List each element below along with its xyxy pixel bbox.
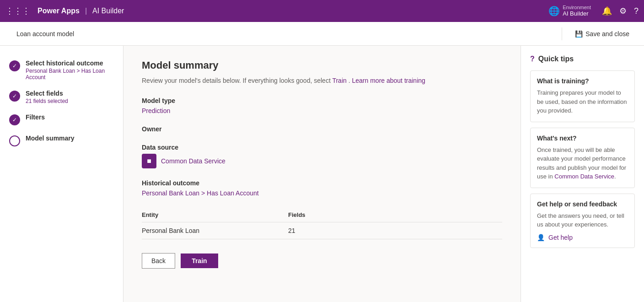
page-title: Model summary: [142, 59, 502, 71]
sidebar-item-model-summary[interactable]: Model summary: [0, 130, 123, 151]
model-title: Loan account model: [9, 30, 74, 38]
data-source-row: ■ Common Data Service: [142, 154, 502, 168]
env-name: AI Builder: [563, 10, 591, 17]
table-header: Entity Fields: [142, 208, 502, 222]
sidebar: ✓ Select historical outcome Personal Ban…: [0, 46, 123, 302]
subheader-divider: [562, 27, 562, 40]
step1-label: Select historical outcome: [26, 59, 114, 67]
sidebar-item-select-historical-outcome[interactable]: ✓ Select historical outcome Personal Ban…: [0, 55, 123, 85]
step-circle-3: ✓: [9, 114, 20, 125]
learn-more-link[interactable]: Learn more about training: [352, 77, 425, 84]
step-circle-4: [9, 135, 20, 146]
tip-card-1-title: What is training?: [537, 77, 628, 85]
step2-label: Select fields: [26, 90, 68, 97]
tip-card-feedback: Get help or send feedback Get the answer…: [530, 194, 635, 248]
help-icon[interactable]: ?: [634, 6, 639, 16]
step4-label: Model summary: [26, 135, 75, 142]
tip-card-2-title: What's next?: [537, 135, 628, 142]
get-help-icon: 👤: [537, 234, 545, 241]
get-help-label: Get help: [548, 234, 573, 241]
tip-card-1-text: Training prepares your model to be used,…: [537, 88, 628, 115]
data-source-section: Data source ■ Common Data Service: [142, 144, 502, 168]
table-row: Personal Bank Loan 21: [142, 222, 502, 239]
model-type-section: Model type Prediction: [142, 97, 502, 114]
data-source-label: Data source: [142, 144, 502, 151]
step-circle-1: ✓: [9, 60, 20, 71]
train-button[interactable]: Train: [181, 253, 218, 268]
historical-outcome-value: Personal Bank Loan > Has Loan Account: [142, 189, 502, 197]
quick-tips-title: Quick tips: [538, 55, 574, 63]
sidebar-item-filters[interactable]: ✓ Filters: [0, 109, 123, 130]
quick-tips-icon: ?: [530, 55, 535, 63]
subheader: Loan account model 💾 Save and close: [0, 22, 644, 46]
back-button[interactable]: Back: [142, 253, 175, 269]
entity-cell: Personal Bank Loan: [142, 227, 288, 234]
tip-card-next: What's next? Once trained, you will be a…: [530, 128, 635, 188]
main-layout: ✓ Select historical outcome Personal Ban…: [0, 46, 644, 302]
get-help-row[interactable]: 👤 Get help: [537, 234, 628, 241]
topbar: ⋮⋮⋮ Power Apps | AI Builder 🌐 Environmen…: [0, 0, 644, 22]
step2-sub: 21 fields selected: [26, 98, 68, 104]
topbar-builder-title: AI Builder: [92, 7, 124, 15]
cds-link[interactable]: Common Data Service: [554, 173, 614, 180]
tip-card-3-title: Get help or send feedback: [537, 200, 628, 208]
sidebar-item-select-fields[interactable]: ✓ Select fields 21 fields selected: [0, 85, 123, 109]
model-type-label: Model type: [142, 97, 502, 104]
model-type-value: Prediction: [142, 107, 502, 114]
tip-card-training: What is training? Training prepares your…: [530, 70, 635, 122]
step-circle-2: ✓: [9, 91, 20, 102]
entity-table: Entity Fields Personal Bank Loan 21: [142, 208, 502, 239]
data-source-value: Common Data Service: [161, 157, 225, 165]
owner-section: Owner: [142, 125, 502, 133]
save-icon: 💾: [575, 30, 583, 38]
col-fields-header: Fields: [288, 211, 502, 218]
col-entity-header: Entity: [142, 211, 288, 218]
fields-cell: 21: [288, 227, 502, 234]
environment-info: 🌐 Environment AI Builder: [548, 5, 591, 17]
button-row: Back Train: [142, 253, 502, 269]
quick-tips-header: ? Quick tips: [530, 55, 635, 63]
review-text: Review your model's details below. If ev…: [142, 77, 502, 84]
step3-label: Filters: [26, 113, 45, 121]
topbar-app-title: Power Apps: [38, 7, 80, 15]
settings-icon[interactable]: ⚙: [619, 6, 627, 16]
save-close-button[interactable]: 💾 Save and close: [569, 27, 635, 40]
cds-icon: ■: [142, 154, 156, 168]
right-panel: ? Quick tips What is training? Training …: [521, 46, 644, 302]
content-area: Model summary Review your model's detail…: [123, 46, 521, 302]
historical-outcome-label: Historical outcome: [142, 179, 502, 187]
env-label: Environment: [563, 5, 591, 10]
historical-outcome-section: Historical outcome Personal Bank Loan > …: [142, 179, 502, 197]
tip-card-2-text: Once trained, you will be able evaluate …: [537, 146, 628, 181]
grid-icon[interactable]: ⋮⋮⋮: [5, 6, 30, 16]
tip-card-3-text: Get the answers you need, or tell us abo…: [537, 211, 628, 229]
save-close-label: Save and close: [585, 30, 629, 38]
review-before: Review your model's details below. If ev…: [142, 77, 332, 84]
notification-icon[interactable]: 🔔: [602, 6, 612, 16]
train-link[interactable]: Train: [332, 77, 346, 84]
step1-sub: Personal Bank Loan > Has Loan Account: [26, 68, 114, 81]
topbar-separator: |: [85, 7, 87, 15]
owner-label: Owner: [142, 125, 502, 133]
